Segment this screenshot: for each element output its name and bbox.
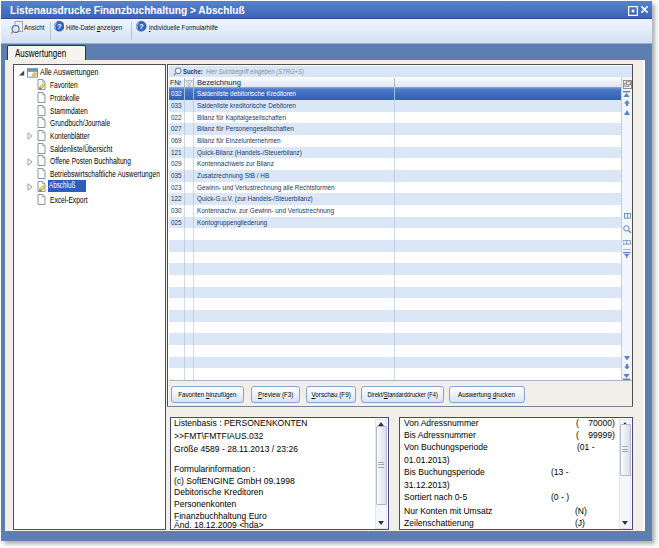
svg-text:?: ? — [139, 22, 144, 31]
svg-text:?: ? — [56, 22, 61, 31]
